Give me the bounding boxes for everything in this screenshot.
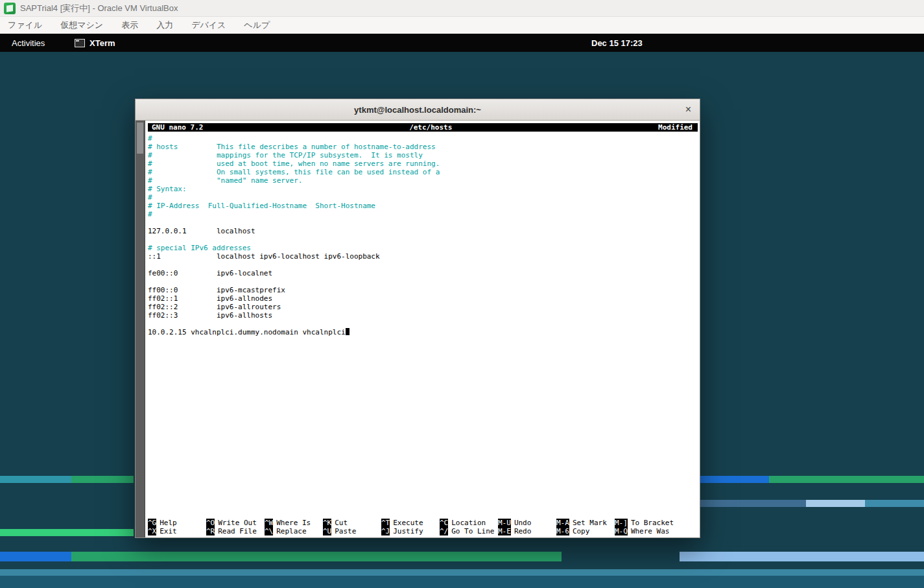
- shortcut-key: ^U: [323, 527, 331, 535]
- shortcut-label: Where Is: [273, 519, 311, 527]
- shortcut-key: M-U: [498, 519, 511, 527]
- shortcut-label: Copy: [569, 527, 590, 535]
- shortcut-label: Execute: [390, 519, 423, 527]
- wallpaper-stripe: [0, 569, 924, 576]
- editor-line: # "named" name server.: [148, 176, 700, 185]
- virtualbox-titlebar: SAPTrial4 [実行中] - Oracle VM VirtualBox: [0, 0, 924, 17]
- editor-line: ff02::3 ipv6-allhosts: [148, 311, 700, 320]
- nano-shortcut[interactable]: ^\Replace: [265, 527, 323, 535]
- shortcut-key: ^W: [265, 519, 273, 527]
- nano-titlebar: GNU nano 7.2 /etc/hosts Modified: [148, 123, 698, 132]
- shortcut-label: Read File: [215, 527, 257, 535]
- wallpaper-stripe: [0, 529, 134, 536]
- menu-help[interactable]: ヘルプ: [244, 19, 270, 31]
- wallpaper-stripe: [0, 576, 924, 588]
- editor-line: ff02::1 ipv6-allnodes: [148, 294, 700, 303]
- virtualbox-logo-icon: [4, 3, 16, 14]
- shortcut-key: M-A: [556, 519, 569, 527]
- editor-line: [148, 320, 700, 328]
- editor-line: [148, 235, 700, 244]
- nano-shortcut[interactable]: M-6Copy: [556, 527, 615, 535]
- wallpaper-stripe: [865, 500, 924, 507]
- xterm-body: GNU nano 7.2 /etc/hosts Modified ## host…: [136, 121, 700, 537]
- nano-shortcut[interactable]: ^KCut: [323, 519, 381, 527]
- shortcut-row: ^XExit^RRead File^\Replace^UPaste^JJusti…: [148, 527, 698, 535]
- shortcut-label: Paste: [331, 527, 356, 535]
- editor-line: fe00::0 ipv6-localnet: [148, 269, 700, 277]
- activities-button[interactable]: Activities: [12, 34, 45, 52]
- shortcut-key: ^T: [381, 519, 390, 527]
- nano-shortcut[interactable]: M-ERedo: [498, 527, 556, 535]
- menu-devices[interactable]: デバイス: [191, 19, 226, 31]
- nano-shortcut[interactable]: M-ASet Mark: [556, 519, 615, 527]
- focused-app-label: XTerm: [89, 38, 115, 48]
- scrollbar-thumb[interactable]: [137, 123, 143, 154]
- nano-shortcut[interactable]: ^OWrite Out: [206, 519, 265, 527]
- nano-shortcut[interactable]: ^CLocation: [440, 519, 498, 527]
- shortcut-label: Exit: [156, 527, 177, 535]
- editor-line: # Syntax:: [148, 185, 700, 193]
- nano-shortcut[interactable]: ^GHelp: [148, 519, 206, 527]
- shortcut-label: Set Mark: [569, 519, 607, 527]
- editor-line: # hosts This file describes a number of …: [148, 143, 700, 151]
- shortcut-key: M-E: [498, 527, 511, 535]
- wallpaper-stripe: [0, 476, 71, 483]
- shortcut-label: Location: [448, 519, 486, 527]
- nano-shortcut[interactable]: M-]To Bracket: [615, 519, 674, 527]
- shortcut-key: ^G: [148, 519, 156, 527]
- menu-machine[interactable]: 仮想マシン: [60, 19, 103, 31]
- shortcut-key: ^X: [148, 527, 156, 535]
- wallpaper-stripe: [71, 552, 562, 561]
- editor-line: #: [148, 210, 700, 218]
- shortcut-key: ^O: [206, 519, 215, 527]
- nano-version: GNU nano 7.2: [148, 123, 203, 132]
- editor-line: 10.0.2.15 vhcalnplci.dummy.nodomain vhca…: [148, 328, 700, 336]
- clock[interactable]: Dec 15 17:23: [591, 34, 643, 52]
- shortcut-key: M-6: [556, 527, 569, 535]
- text-cursor: [346, 328, 349, 335]
- wallpaper-stripe: [700, 500, 806, 507]
- terminal-screen[interactable]: GNU nano 7.2 /etc/hosts Modified ## host…: [145, 121, 700, 537]
- editor-line: [148, 261, 700, 269]
- shortcut-key: ^K: [323, 519, 331, 527]
- nano-buffer[interactable]: ## hosts This file describes a number of…: [148, 134, 700, 336]
- shortcut-key: M-Q: [615, 527, 628, 535]
- xterm-scrollbar[interactable]: [136, 121, 145, 537]
- shortcut-key: ^C: [440, 519, 448, 527]
- xterm-icon: [75, 39, 85, 47]
- nano-shortcut[interactable]: ^/Go To Line: [440, 527, 498, 535]
- editor-line: # IP-Address Full-Qualified-Hostname Sho…: [148, 202, 700, 210]
- window-title: SAPTrial4 [実行中] - Oracle VM VirtualBox: [20, 3, 178, 14]
- xterm-titlebar[interactable]: ytkmt@localhost.localdomain:~ ×: [136, 99, 700, 121]
- wallpaper-stripe: [806, 500, 865, 507]
- focused-app-indicator[interactable]: XTerm: [75, 34, 115, 52]
- nano-filename: /etc/hosts: [203, 123, 658, 132]
- close-icon[interactable]: ×: [685, 104, 691, 115]
- shortcut-label: Cut: [331, 519, 348, 527]
- menu-input[interactable]: 入力: [156, 19, 173, 31]
- shortcut-key: ^R: [206, 527, 215, 535]
- editor-line: ::1 localhost ipv6-localhost ipv6-loopba…: [148, 252, 700, 261]
- shortcut-label: To Bracket: [628, 519, 674, 527]
- xterm-window: ytkmt@localhost.localdomain:~ × GNU nano…: [135, 99, 700, 538]
- wallpaper-stripe: [71, 476, 134, 483]
- menu-file[interactable]: ファイル: [8, 19, 42, 31]
- menu-view[interactable]: 表示: [121, 19, 138, 31]
- editor-line: 127.0.0.1 localhost: [148, 227, 700, 235]
- editor-line: ff00::0 ipv6-mcastprefix: [148, 286, 700, 294]
- nano-shortcut[interactable]: ^WWhere Is: [265, 519, 323, 527]
- shortcut-label: Where Was: [628, 527, 670, 535]
- shortcut-label: Help: [156, 519, 177, 527]
- shortcut-label: Write Out: [215, 519, 257, 527]
- nano-shortcut[interactable]: ^UPaste: [323, 527, 381, 535]
- nano-shortcut[interactable]: ^XExit: [148, 527, 206, 535]
- nano-shortcut[interactable]: ^JJustify: [381, 527, 440, 535]
- editor-line: # used at boot time, when no name server…: [148, 159, 700, 168]
- editor-line: #: [148, 193, 700, 202]
- nano-modified-flag: Modified: [658, 123, 698, 132]
- nano-shortcut[interactable]: M-UUndo: [498, 519, 556, 527]
- nano-shortcut[interactable]: M-QWhere Was: [615, 527, 669, 535]
- shortcut-key: M-]: [615, 519, 628, 527]
- nano-shortcut[interactable]: ^RRead File: [206, 527, 265, 535]
- nano-shortcut[interactable]: ^TExecute: [381, 519, 440, 527]
